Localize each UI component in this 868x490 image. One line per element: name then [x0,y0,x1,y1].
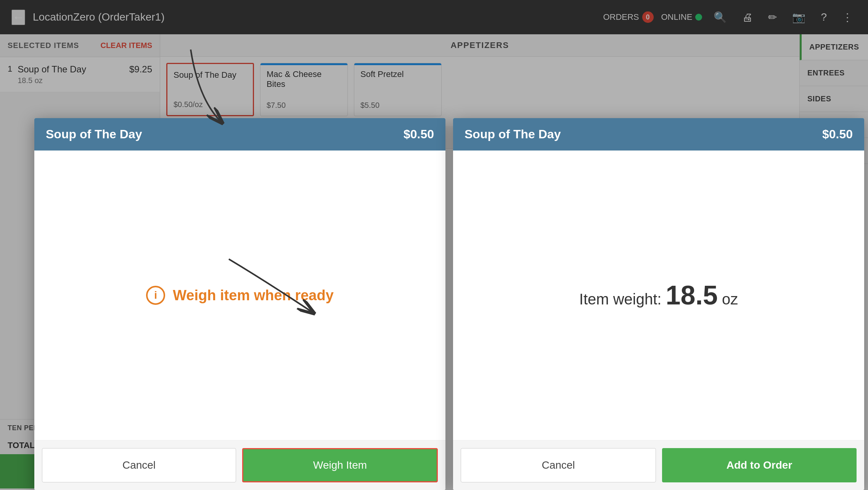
weight-value: 18.5 [666,280,718,310]
dialog-weigh-cancel[interactable]: Cancel [42,448,236,482]
dialog-weigh: Soup of The Day $0.50 i Weigh item when … [34,118,445,490]
dialog-weigh-footer: Cancel Weigh Item [34,440,445,490]
dialog-weigh-body: i Weigh item when ready [34,151,445,440]
dialog-result-cancel[interactable]: Cancel [461,448,656,482]
dialog-result-price: $0.50 [822,127,853,141]
dialog-weigh-price: $0.50 [403,127,434,141]
dialog-weight-result: Soup of The Day $0.50 Item weight: 18.5 … [453,118,864,490]
dialog-result-title: Soup of The Day [465,127,561,141]
weigh-message: i Weigh item when ready [146,286,334,305]
dialogs-container: Soup of The Day $0.50 i Weigh item when … [34,118,864,490]
weight-display: Item weight: 18.5 oz [579,280,738,311]
info-icon: i [146,286,165,305]
dialog-result-body: Item weight: 18.5 oz [453,151,864,440]
dialog-weigh-title: Soup of The Day [46,127,142,141]
dialog-result-footer: Cancel Add to Order [453,440,864,490]
weigh-item-button[interactable]: Weigh Item [242,448,438,482]
weight-label: Item weight: [579,291,662,307]
dialog-result-header: Soup of The Day $0.50 [453,118,864,151]
add-to-order-button[interactable]: Add to Order [662,448,857,482]
dialog-weigh-header: Soup of The Day $0.50 [34,118,445,151]
weigh-text: Weigh item when ready [173,287,334,304]
weight-unit: oz [722,291,738,307]
